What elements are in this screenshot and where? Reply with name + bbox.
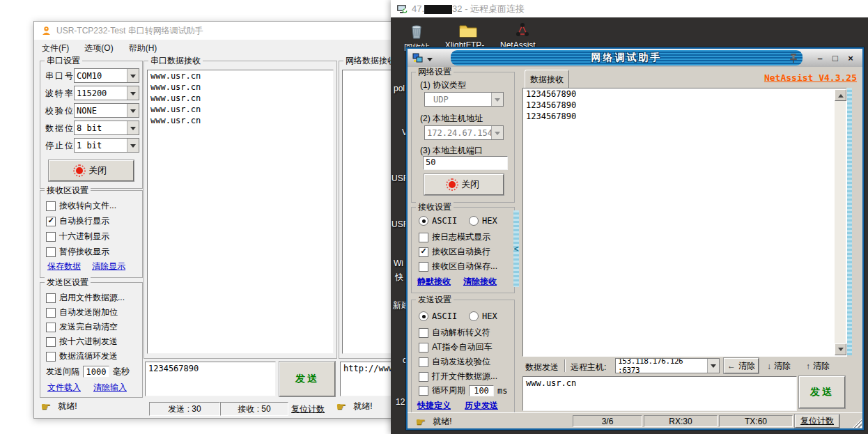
desktop-icon-xlightftp[interactable]: XlightFTP-... xyxy=(444,23,493,50)
checkbox-file-source[interactable]: 启用文件数据源... xyxy=(46,292,125,304)
checkbox-recv-save[interactable]: 接收区自动保存... xyxy=(419,261,497,272)
menu-file[interactable]: 文件(F) xyxy=(34,42,77,54)
na-send-button[interactable]: 发送 xyxy=(799,376,845,408)
netassist-close-connection-button[interactable]: 关闭 xyxy=(424,174,504,195)
chevron-down-icon[interactable] xyxy=(707,359,719,373)
checkbox-icon[interactable] xyxy=(46,323,56,332)
chevron-down-icon[interactable] xyxy=(491,93,503,106)
clear-down-button[interactable]: ↓ 清除 xyxy=(767,360,791,372)
checkbox-send-hex[interactable]: 按十六进制发送 xyxy=(46,336,118,348)
partial-desktop-label[interactable]: 12 xyxy=(396,397,405,407)
radio-icon[interactable] xyxy=(469,216,479,226)
checkbox-icon[interactable] xyxy=(46,232,56,242)
close-button[interactable]: × xyxy=(845,52,856,63)
interval-input[interactable]: 1000 xyxy=(83,366,109,378)
pin-icon[interactable] xyxy=(788,52,800,64)
radio-send-ascii[interactable]: ASCII xyxy=(419,311,457,321)
checkbox-icon[interactable] xyxy=(46,337,56,347)
history-send-link[interactable]: 历史发送 xyxy=(465,400,498,412)
scroll-up-button[interactable] xyxy=(835,89,846,101)
cycle-input[interactable]: 100 xyxy=(469,385,494,396)
version-link[interactable]: NetAssist V4.3.25 xyxy=(764,72,857,83)
na-recv-area[interactable]: 1234567890 1234567890 1234567890 xyxy=(522,88,847,357)
serial-send-input[interactable]: 1234567890 xyxy=(145,362,276,396)
stopbits-select[interactable]: 1 bit xyxy=(74,138,139,153)
save-data-link[interactable]: 保存数据 xyxy=(47,261,81,272)
protocol-select[interactable]: UDP xyxy=(424,92,504,107)
radio-icon[interactable] xyxy=(419,311,428,321)
clear-up-button[interactable]: ↑ 清除 xyxy=(806,360,830,372)
checkbox-auto-checksum[interactable]: 自动发送校验位 xyxy=(419,356,490,368)
checkbox-icon[interactable] xyxy=(46,217,56,226)
netassist-titlebar[interactable]: 网络调试助手 – □ × xyxy=(408,49,862,67)
checkbox-icon[interactable] xyxy=(419,372,428,382)
chevron-down-icon[interactable] xyxy=(127,69,139,82)
checkbox-icon[interactable] xyxy=(46,293,56,303)
load-file-link[interactable]: 文件载入 xyxy=(47,382,81,394)
checkbox-icon[interactable] xyxy=(46,352,56,362)
remote-host-select[interactable]: 153.118.176.126 :6373 xyxy=(615,358,720,373)
radio-send-hex[interactable]: HEX xyxy=(469,311,497,321)
checkbox-auto-append[interactable]: 自动发送附加位 xyxy=(46,307,118,318)
netassist-menu-icon[interactable] xyxy=(412,52,424,63)
checkbox-icon[interactable] xyxy=(419,262,428,272)
radio-icon[interactable] xyxy=(419,216,428,226)
checkbox-recv-to-file[interactable]: 接收转向文件... xyxy=(46,200,116,212)
right-splitter[interactable] xyxy=(847,88,852,355)
rdp-titlebar[interactable]: 47.32 - 远程桌面连接 xyxy=(391,0,868,18)
scrollbar[interactable] xyxy=(835,89,846,355)
partial-desktop-label[interactable]: 快 xyxy=(395,272,403,284)
resize-grip[interactable] xyxy=(853,419,862,428)
radio-icon[interactable] xyxy=(469,311,479,321)
chevron-down-icon[interactable] xyxy=(127,121,139,134)
tab-data-receive[interactable]: 数据接收 xyxy=(525,70,569,89)
checkbox-hex-display[interactable]: 十六进制显示 xyxy=(46,231,109,242)
serial-recv-area[interactable]: www.usr.cn www.usr.cn www.usr.cn www.usr… xyxy=(147,70,334,354)
checkbox-icon[interactable] xyxy=(419,247,428,257)
databits-select[interactable]: 8 bit xyxy=(74,121,139,135)
serial-send-button[interactable]: 发送 xyxy=(279,362,335,396)
minimize-button[interactable]: – xyxy=(814,52,826,63)
com-port-select[interactable]: COM10 xyxy=(74,68,139,83)
menu-help[interactable]: 帮助(H) xyxy=(121,42,165,54)
reset-count-link[interactable]: 复位计数 xyxy=(291,403,325,415)
checkbox-log-mode[interactable]: 按日志模式显示 xyxy=(419,231,490,243)
chevron-down-icon[interactable] xyxy=(491,126,503,139)
checkbox-recv-wrap[interactable]: 接收区自动换行 xyxy=(419,246,490,258)
na-send-input[interactable]: www.usr.cn xyxy=(522,376,797,411)
checkbox-icon[interactable] xyxy=(419,343,428,352)
panel-splitter[interactable]: < xyxy=(513,210,519,287)
clear-send-button[interactable]: ← 清除 xyxy=(724,358,759,373)
checkbox-auto-wrap[interactable]: 自动换行显示 xyxy=(46,215,109,227)
menu-options[interactable]: 选项(O) xyxy=(77,42,121,54)
checkbox-loop-send[interactable]: 数据流循环发送 xyxy=(46,350,118,362)
checkbox-cycle-send[interactable]: 循环周期 100 ms xyxy=(419,385,507,396)
parity-select[interactable]: NONE xyxy=(74,103,139,118)
scroll-down-button[interactable] xyxy=(835,343,846,355)
checkbox-open-file-source[interactable]: 打开文件数据源... xyxy=(419,371,497,382)
checkbox-at-cr[interactable]: AT指令自动回车 xyxy=(419,341,492,353)
checkbox-icon[interactable] xyxy=(419,357,428,367)
local-host-select[interactable]: 172.24.67.154 xyxy=(424,125,504,140)
radio-recv-ascii[interactable]: ASCII xyxy=(419,216,457,226)
checkbox-icon[interactable] xyxy=(419,233,428,242)
local-port-input[interactable]: 50 xyxy=(423,156,508,170)
baudrate-select[interactable]: 115200 xyxy=(74,86,139,100)
checkbox-icon[interactable] xyxy=(46,308,56,318)
maximize-button[interactable]: □ xyxy=(830,52,841,63)
radio-recv-hex[interactable]: HEX xyxy=(469,216,497,226)
checkbox-clear-after-send[interactable]: 发送完自动清空 xyxy=(46,321,118,333)
silent-recv-link[interactable]: 静默接收 xyxy=(417,276,451,288)
usr-titlebar[interactable]: USR-TCP232-Test 串口转网络调试助手 xyxy=(34,22,424,40)
checkbox-parse-escape[interactable]: 自动解析转义符 xyxy=(419,327,490,339)
chevron-down-icon[interactable] xyxy=(127,86,139,100)
checkbox-icon[interactable] xyxy=(419,386,428,396)
checkbox-icon[interactable] xyxy=(46,201,56,211)
chevron-down-icon[interactable] xyxy=(427,58,433,64)
desktop-icon-netassist[interactable]: NetAssist.... xyxy=(497,22,548,50)
clear-display-link[interactable]: 清除显示 xyxy=(92,261,125,272)
checkbox-icon[interactable] xyxy=(419,328,428,338)
chevron-down-icon[interactable] xyxy=(127,139,139,152)
serial-close-button[interactable]: 关闭 xyxy=(49,160,134,181)
partial-desktop-label[interactable]: Wi xyxy=(394,258,403,268)
